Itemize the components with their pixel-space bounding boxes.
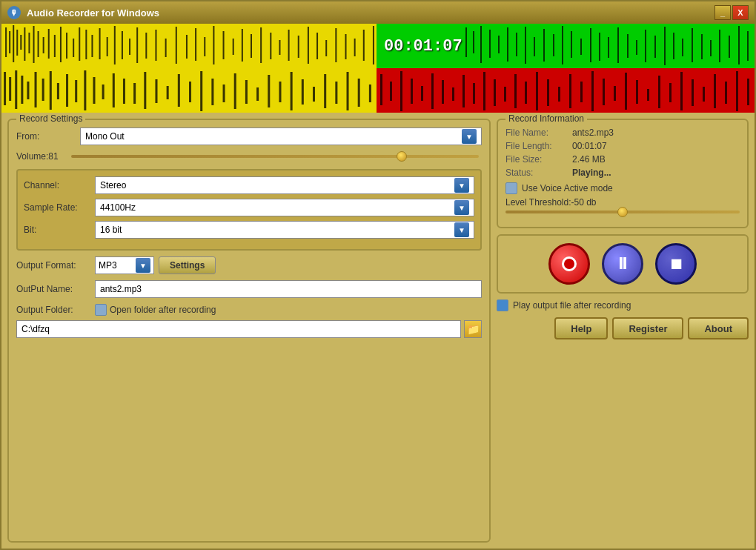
- svg-rect-67: [627, 34, 629, 58]
- output-name-input[interactable]: [95, 280, 482, 298]
- svg-rect-13: [66, 33, 67, 59]
- svg-rect-121: [400, 71, 402, 111]
- volume-label: Volume:81: [16, 151, 68, 162]
- vu-right-bottom: [377, 68, 755, 113]
- svg-rect-141: [614, 86, 616, 101]
- vu-meter: 00:01:07: [1, 24, 755, 113]
- svg-rect-136: [558, 87, 560, 102]
- minimize-button[interactable]: _: [714, 5, 731, 20]
- record-settings-panel: Record Settings From: Mono Out ▼ Volume:…: [7, 119, 491, 543]
- settings-button[interactable]: Settings: [159, 256, 216, 274]
- pause-icon: ⏸: [614, 254, 631, 274]
- play-after-row: Play output file after recording: [497, 299, 749, 311]
- voice-active-checkbox[interactable]: [505, 182, 517, 194]
- svg-rect-35: [251, 34, 252, 58]
- svg-rect-21: [122, 31, 123, 59]
- svg-rect-142: [625, 73, 627, 110]
- sample-rate-row: Sample Rate: 44100Hz ▼: [24, 199, 474, 216]
- svg-rect-62: [580, 39, 582, 55]
- svg-rect-86: [35, 72, 37, 107]
- svg-rect-26: [165, 39, 167, 57]
- title-controls: _ X: [714, 5, 749, 20]
- record-button[interactable]: [548, 243, 590, 285]
- channel-label: Channel:: [24, 180, 90, 190]
- svg-rect-69: [645, 30, 646, 62]
- svg-rect-25: [155, 30, 156, 61]
- pause-button[interactable]: ⏸: [602, 243, 643, 285]
- svg-rect-106: [234, 73, 236, 109]
- stop-button[interactable]: ⏹: [655, 243, 697, 285]
- output-format-row: Output Format: MP3 ▼ Settings: [16, 256, 482, 274]
- svg-rect-40: [298, 36, 299, 58]
- svg-rect-153: [747, 79, 749, 105]
- svg-rect-54: [507, 27, 508, 62]
- svg-rect-77: [719, 30, 720, 62]
- svg-rect-96: [123, 79, 125, 104]
- svg-rect-22: [129, 39, 130, 55]
- play-after-checkbox[interactable]: [497, 299, 508, 311]
- svg-rect-147: [680, 72, 683, 110]
- volume-slider-thumb[interactable]: [397, 151, 407, 162]
- help-button[interactable]: Help: [554, 317, 608, 339]
- from-dropdown[interactable]: Mono Out ▼: [80, 127, 482, 145]
- bit-label: Bit:: [24, 225, 90, 235]
- channel-dropdown[interactable]: Stereo ▼: [95, 176, 474, 194]
- svg-rect-114: [324, 74, 326, 108]
- file-length-label: File Length:: [505, 141, 572, 151]
- svg-rect-76: [710, 40, 712, 56]
- svg-rect-1: [9, 31, 10, 53]
- svg-rect-20: [114, 26, 116, 64]
- svg-rect-85: [27, 82, 29, 99]
- svg-rect-58: [543, 29, 545, 62]
- main-window: 🎙 Audio Recorder for Windows _ X: [0, 0, 756, 550]
- svg-rect-139: [591, 71, 594, 111]
- svg-rect-48: [373, 26, 374, 64]
- output-format-dropdown[interactable]: MP3 ▼: [95, 256, 154, 274]
- threshold-slider-track[interactable]: [505, 211, 740, 213]
- svg-rect-42: [316, 33, 318, 59]
- svg-rect-2: [13, 25, 14, 62]
- vu-bottom-row: [1, 68, 755, 113]
- voice-active-label: Use Voice Active mode: [522, 183, 613, 193]
- svg-rect-59: [553, 34, 554, 56]
- bit-dropdown[interactable]: 16 bit ▼: [95, 221, 474, 239]
- record-settings-title: Record Settings: [16, 113, 85, 124]
- about-button[interactable]: About: [688, 317, 749, 339]
- svg-rect-90: [66, 74, 68, 107]
- svg-rect-135: [547, 79, 549, 106]
- svg-rect-110: [279, 82, 281, 102]
- svg-rect-24: [145, 33, 147, 59]
- svg-rect-56: [525, 27, 526, 64]
- svg-rect-39: [288, 30, 290, 61]
- svg-rect-150: [714, 74, 716, 108]
- svg-rect-109: [268, 75, 270, 107]
- register-button[interactable]: Register: [612, 317, 683, 339]
- svg-rect-0: [5, 27, 7, 57]
- svg-rect-99: [155, 79, 157, 103]
- svg-rect-103: [200, 71, 202, 111]
- sample-rate-dropdown[interactable]: 44100Hz ▼: [95, 199, 474, 216]
- folder-browse-icon[interactable]: 📁: [464, 320, 482, 338]
- svg-rect-28: [186, 35, 188, 59]
- svg-rect-60: [562, 26, 563, 64]
- svg-rect-70: [654, 36, 656, 58]
- volume-slider-track[interactable]: [71, 155, 479, 158]
- svg-rect-125: [442, 80, 444, 104]
- file-length-row: File Length: 00:01:07: [505, 141, 740, 151]
- svg-rect-124: [431, 73, 434, 109]
- svg-rect-47: [363, 30, 365, 61]
- svg-rect-131: [504, 87, 506, 102]
- svg-rect-32: [223, 31, 225, 59]
- bit-row: Bit: 16 bit ▼: [24, 221, 474, 239]
- open-folder-checkbox[interactable]: [95, 304, 107, 316]
- volume-row: Volume:81: [16, 151, 482, 162]
- threshold-slider-thumb[interactable]: [617, 207, 628, 217]
- channel-value: Stereo: [100, 180, 126, 190]
- close-button[interactable]: X: [732, 5, 749, 20]
- title-bar: 🎙 Audio Recorder for Windows _ X: [1, 1, 755, 24]
- svg-rect-14: [73, 39, 74, 57]
- svg-rect-88: [50, 71, 52, 110]
- bit-dropdown-arrow: ▼: [454, 222, 469, 237]
- folder-path-input[interactable]: [16, 320, 461, 338]
- svg-rect-30: [204, 37, 205, 56]
